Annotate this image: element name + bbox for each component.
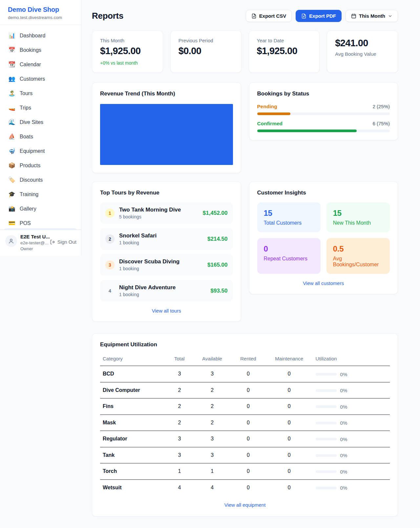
tour-list: 1 Two Tank Morning Dive5 bookings $1,452… (100, 202, 233, 301)
sidebar-item-trips[interactable]: 🚤Trips (4, 102, 77, 114)
maintenance-cell: 0 (265, 366, 313, 382)
tour-amount: $165.00 (207, 262, 227, 268)
tile-value: 0.5 (333, 244, 383, 254)
page-header: Reports Export CSV Export PDF This Month (92, 10, 398, 22)
sidebar-item-calendar[interactable]: 📆Calendar (4, 58, 77, 71)
sidebar-item-tours[interactable]: 🏝️Tours (4, 87, 77, 99)
stat-value: $0.00 (178, 46, 233, 56)
tour-bookings: 1 booking (119, 292, 176, 297)
stat-value: $1,925.00 (257, 46, 312, 56)
tour-name: Two Tank Morning Dive (119, 207, 181, 213)
sidebar-nav: 📊Dashboard 📅Bookings 📆Calendar 👥Customer… (0, 25, 81, 229)
brand-name[interactable]: Demo Dive Shop (8, 6, 73, 13)
sign-out-label: Sign Out (57, 239, 76, 245)
sidebar-item-products[interactable]: 📦Products (4, 159, 77, 172)
tile-label: Repeat Customers (264, 256, 314, 262)
logout-icon (50, 239, 55, 245)
bookings-by-status-card: Bookings by Status Pending 2 (25%) Confi… (249, 82, 398, 140)
sidebar-item-discounts[interactable]: 🏷️Discounts (4, 174, 77, 186)
stat-label: This Month (100, 38, 155, 43)
tour-name: Night Dive Adventure (119, 284, 176, 291)
total-cell: 4 (165, 479, 193, 496)
sidebar-item-label: Dive Sites (20, 119, 43, 125)
charts-row: Revenue Trend (This Month) Bookings by S… (92, 82, 398, 173)
column-header: Utilization (313, 353, 390, 366)
sidebar-item-dashboard[interactable]: 📊Dashboard (4, 30, 77, 42)
sidebar-item-gallery[interactable]: 📸Gallery (4, 203, 77, 215)
export-csv-button[interactable]: Export CSV (246, 10, 292, 22)
utilization-bar (316, 487, 337, 489)
sign-out-button[interactable]: Sign Out (50, 239, 76, 245)
table-row: BCD 3 3 0 0 0% (100, 366, 390, 382)
file-download-icon (301, 13, 306, 19)
status-list: Pending 2 (25%) Confirmed 6 (75%) (257, 104, 390, 132)
customers-icon: 👥 (8, 75, 16, 82)
maintenance-cell: 0 (265, 479, 313, 496)
column-header: Category (100, 353, 165, 366)
sidebar-item-label: Gallery (20, 206, 36, 212)
list-item: 2 Snorkel Safari1 booking $214.50 (100, 228, 233, 250)
sidebar-item-label: Training (20, 192, 38, 197)
stat-value: $1,925.00 (100, 46, 155, 56)
table-row: Tank 3 3 0 0 0% (100, 447, 390, 463)
sidebar-item-equipment[interactable]: 🤿Equipment (4, 145, 77, 157)
camera-icon: 📸 (8, 205, 16, 212)
sidebar-item-dive-sites[interactable]: 🌊Dive Sites (4, 116, 77, 128)
utilization-cell: 0% (313, 398, 390, 415)
sidebar-item-customers[interactable]: 👥Customers (4, 73, 77, 85)
maintenance-cell: 0 (265, 398, 313, 415)
available-cell: 3 (193, 366, 231, 382)
total-cell: 2 (165, 398, 193, 415)
utilization-percent: 0% (340, 420, 347, 426)
tours-island-icon: 🏝️ (8, 90, 16, 97)
tour-bookings: 1 booking (119, 266, 179, 271)
table-row: Mask 2 2 0 0 0% (100, 415, 390, 431)
utilization-cell: 0% (313, 366, 390, 382)
customer-insights-card: Customer Insights 15 Total Customers 15 … (249, 181, 398, 294)
category-cell: BCD (100, 366, 165, 382)
view-all-customers-link[interactable]: View all customers (257, 280, 390, 286)
calendar-icon: 📆 (8, 61, 16, 68)
view-all-equipment-link[interactable]: View all equipment (100, 502, 390, 508)
stat-card-this-month: This Month $1,925.00 +0% vs last month (92, 30, 163, 73)
category-cell: Wetsuit (100, 479, 165, 496)
table-row: Fins 2 2 0 0 0% (100, 398, 390, 415)
period-dropdown[interactable]: This Month (346, 10, 398, 22)
rented-cell: 0 (231, 366, 265, 382)
export-pdf-button[interactable]: Export PDF (296, 10, 342, 22)
utilization-bar (316, 373, 337, 376)
utilization-cell: 0% (313, 463, 390, 480)
tile-label: New This Month (333, 220, 383, 226)
graduation-cap-icon: 🎓 (8, 191, 16, 198)
tile-total-customers: 15 Total Customers (257, 202, 321, 232)
available-cell: 2 (193, 382, 231, 398)
available-cell: 2 (193, 415, 231, 431)
tour-bookings: 5 bookings (119, 214, 181, 219)
utilization-cell: 0% (313, 447, 390, 463)
sidebar-item-training[interactable]: 🎓Training (4, 188, 77, 200)
tile-value: 15 (264, 209, 314, 218)
customer-insights-title: Customer Insights (257, 190, 390, 196)
view-all-tours-link[interactable]: View all tours (100, 308, 233, 314)
wave-icon: 🌊 (8, 119, 16, 126)
utilization-percent: 0% (340, 404, 347, 410)
user-panel: E2E Test U... e2e-tester@... Owner Sign … (0, 230, 81, 256)
category-cell: Mask (100, 415, 165, 431)
sidebar-item-boats[interactable]: ⛵Boats (4, 131, 77, 143)
utilization-percent: 0% (340, 485, 347, 491)
list-item: 4 Night Dive Adventure1 booking $93.50 (100, 280, 233, 301)
tour-amount: $214.50 (207, 236, 227, 242)
tour-name: Snorkel Safari (119, 233, 157, 239)
chevron-down-icon (388, 14, 392, 18)
sidebar-item-label: Products (20, 163, 40, 169)
rank-badge: 2 (105, 234, 115, 244)
sidebar-item-bookings[interactable]: 📅Bookings (4, 44, 77, 56)
utilization-bar (316, 470, 337, 473)
sidebar-item-pos[interactable]: 💳POS (4, 217, 77, 229)
rented-cell: 0 (231, 415, 265, 431)
available-cell: 4 (193, 479, 231, 496)
available-cell: 2 (193, 398, 231, 415)
list-item: 1 Two Tank Morning Dive5 bookings $1,452… (100, 202, 233, 224)
rented-cell: 0 (231, 447, 265, 463)
category-cell: Regulator (100, 431, 165, 447)
